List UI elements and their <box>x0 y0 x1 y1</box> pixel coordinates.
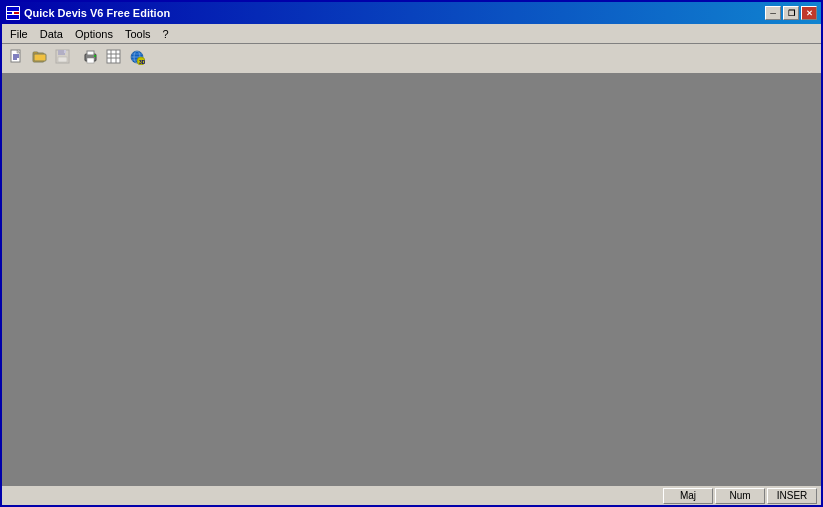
minimize-button[interactable]: ─ <box>765 6 781 20</box>
status-num: Num <box>715 488 765 504</box>
window-title: Quick Devis V6 Free Edition <box>24 7 170 19</box>
toolbar-new-button[interactable] <box>6 48 28 70</box>
status-inser: INSER <box>767 488 817 504</box>
svg-rect-19 <box>87 58 94 63</box>
toolbar-globe-button[interactable]: 3D <box>126 48 148 70</box>
svg-point-20 <box>94 55 96 57</box>
toolbar-save-button[interactable] <box>52 48 74 70</box>
svg-rect-15 <box>64 50 66 53</box>
toolbar-open-button[interactable] <box>29 48 51 70</box>
restore-button[interactable]: ❐ <box>783 6 799 20</box>
title-bar: Quick Devis V6 Free Edition ─ ❐ ✕ <box>2 2 821 24</box>
globe-icon: 3D <box>129 49 145 68</box>
main-workspace <box>2 74 821 485</box>
table-icon <box>106 49 122 68</box>
menu-options[interactable]: Options <box>69 26 119 42</box>
svg-rect-18 <box>87 51 94 55</box>
toolbar-print-button[interactable] <box>80 48 102 70</box>
menu-help[interactable]: ? <box>157 26 175 42</box>
toolbar-table-button[interactable] <box>103 48 125 70</box>
svg-rect-3 <box>14 12 19 14</box>
svg-rect-4 <box>7 15 19 19</box>
menu-bar: File Data Options Tools ? <box>2 24 821 44</box>
print-icon <box>83 49 99 68</box>
status-maj: Maj <box>663 488 713 504</box>
title-bar-left: Quick Devis V6 Free Edition <box>6 6 170 20</box>
svg-rect-2 <box>7 12 12 14</box>
title-bar-buttons: ─ ❐ ✕ <box>765 6 817 20</box>
save-icon <box>55 49 71 68</box>
app-icon <box>6 6 20 20</box>
close-button[interactable]: ✕ <box>801 6 817 20</box>
menu-tools[interactable]: Tools <box>119 26 157 42</box>
status-bar: Maj Num INSER <box>2 485 821 505</box>
svg-text:3D: 3D <box>139 59 145 65</box>
svg-rect-14 <box>58 50 65 55</box>
open-icon <box>32 49 48 68</box>
svg-rect-1 <box>7 7 19 11</box>
new-icon <box>9 49 25 68</box>
menu-data[interactable]: Data <box>34 26 69 42</box>
svg-rect-12 <box>34 54 46 61</box>
menu-file[interactable]: File <box>4 26 34 42</box>
svg-rect-16 <box>58 57 67 62</box>
main-window: Quick Devis V6 Free Edition ─ ❐ ✕ File D… <box>0 0 823 507</box>
svg-rect-21 <box>107 50 120 63</box>
toolbar: 3D <box>2 44 821 74</box>
